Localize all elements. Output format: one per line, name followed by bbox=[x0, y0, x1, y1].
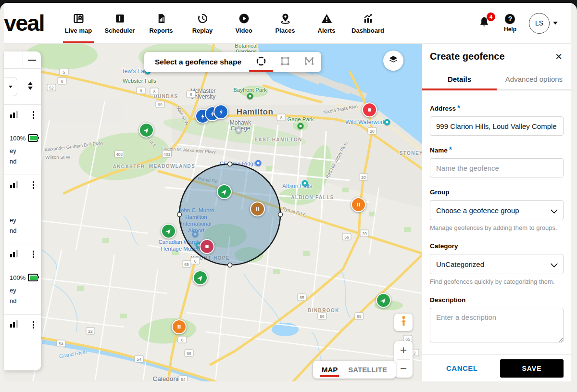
cancel-button[interactable]: CANCEL bbox=[443, 364, 481, 373]
nav-item-places[interactable]: Places bbox=[264, 3, 306, 43]
map-layers-button[interactable] bbox=[383, 51, 403, 71]
zoom-out-button[interactable]: − bbox=[394, 360, 413, 378]
description-field-group: Description bbox=[430, 295, 564, 344]
replay-icon bbox=[197, 12, 209, 25]
category-select-value: UnCategorized bbox=[436, 260, 484, 268]
kebab-menu-icon[interactable] bbox=[33, 321, 35, 329]
signal-strength-icon bbox=[10, 320, 19, 329]
live-map-icon bbox=[73, 12, 85, 25]
nav-item-dashboard[interactable]: Dashboard bbox=[347, 3, 389, 43]
scheduler-icon bbox=[114, 12, 126, 25]
required-marker: * bbox=[457, 104, 460, 112]
chevron-down-icon bbox=[551, 206, 558, 214]
geofence-shape-toolbar: Select a geofence shape bbox=[144, 52, 321, 72]
vehicle-marker-pause[interactable] bbox=[250, 202, 265, 216]
vehicle-marker-arrow[interactable] bbox=[139, 123, 154, 138]
chevron-down-icon bbox=[551, 260, 558, 268]
vehicle-list: 100%eyndeynd100%eynd bbox=[4, 105, 41, 337]
notifications-button[interactable]: 4 bbox=[477, 16, 491, 30]
group-label: Group bbox=[430, 189, 450, 196]
vehicle-marker-arrow[interactable] bbox=[376, 293, 391, 308]
save-button[interactable]: SAVE bbox=[500, 359, 564, 378]
vehicle-panel-header: — bbox=[4, 51, 41, 69]
kebab-menu-icon[interactable] bbox=[33, 181, 35, 189]
address-input[interactable] bbox=[430, 116, 564, 136]
nav-utilities: 4 ? Help LS bbox=[477, 3, 558, 43]
vehicle-name-fragment: nd bbox=[10, 226, 38, 236]
chevron-down-icon bbox=[553, 22, 558, 25]
name-label: Name bbox=[430, 147, 448, 154]
vehicle-list-panel: — 100%eyndeynd100%eynd bbox=[4, 51, 41, 370]
category-help-text: Find geofences quickly by categorizing t… bbox=[430, 278, 564, 285]
description-label: Description bbox=[430, 296, 465, 303]
list-item[interactable]: eynd bbox=[4, 175, 41, 244]
vehicle-marker-pause[interactable] bbox=[172, 319, 187, 334]
shape-toolbar-label: Select a geofence shape bbox=[155, 58, 249, 66]
nav-item-label: Video bbox=[235, 27, 252, 34]
vehicle-name-fragment: nd bbox=[10, 156, 38, 167]
nav-item-reports[interactable]: Reports bbox=[140, 3, 182, 43]
sort-toggle[interactable] bbox=[28, 82, 33, 90]
panel-footer: CANCEL SAVE bbox=[422, 354, 571, 381]
nav-item-replay[interactable]: Replay bbox=[182, 3, 223, 43]
street-view-pegman[interactable] bbox=[394, 314, 413, 331]
address-label: Address bbox=[430, 105, 456, 112]
top-nav: veal Live map Scheduler Reports bbox=[4, 3, 571, 44]
close-panel-button[interactable]: ✕ bbox=[553, 51, 564, 63]
group-select[interactable]: Choose a geofence group bbox=[430, 200, 564, 220]
kebab-menu-icon[interactable] bbox=[33, 111, 35, 119]
nav-item-label: Scheduler bbox=[105, 27, 135, 34]
vehicle-marker-arrow[interactable] bbox=[217, 184, 232, 199]
nav-item-alerts[interactable]: Alerts bbox=[306, 3, 347, 43]
brand-logo[interactable]: veal bbox=[4, 10, 44, 36]
shape-polygon-button[interactable] bbox=[297, 52, 321, 72]
account-menu[interactable]: LS bbox=[529, 13, 558, 34]
zoom-in-button[interactable]: + bbox=[394, 341, 413, 359]
kebab-menu-icon[interactable] bbox=[33, 251, 35, 258]
battery-percent: 100% bbox=[10, 274, 25, 281]
nav-item-video[interactable]: Video bbox=[223, 3, 264, 43]
name-input[interactable] bbox=[430, 158, 564, 177]
nav-item-live-map[interactable]: Live map bbox=[58, 3, 99, 43]
vehicle-marker-arrow[interactable] bbox=[161, 224, 176, 239]
primary-nav: Live map Scheduler Reports Replay bbox=[58, 3, 389, 43]
vehicle-name-fragment: ey bbox=[10, 146, 38, 156]
battery-percent: 100% bbox=[10, 135, 25, 142]
help-icon: ? bbox=[505, 14, 515, 24]
nav-item-label: Alerts bbox=[318, 27, 336, 34]
help-button[interactable]: ? Help bbox=[504, 14, 516, 33]
nav-item-label: Places bbox=[275, 27, 295, 34]
map-type-satellite[interactable]: SATELLITE bbox=[348, 361, 387, 379]
group-help-text: Manage geofences by adding them to group… bbox=[430, 224, 564, 231]
rectangle-shape-icon bbox=[279, 55, 291, 69]
map-type-map[interactable]: MAP bbox=[322, 361, 338, 379]
category-select[interactable]: UnCategorized bbox=[430, 254, 564, 274]
app-root: veal Live map Scheduler Reports bbox=[0, 0, 577, 392]
signal-strength-icon bbox=[10, 180, 19, 190]
avatar: LS bbox=[529, 13, 550, 34]
list-item[interactable] bbox=[4, 315, 41, 337]
map-type-toggle: MAP SATELLITE bbox=[313, 361, 396, 379]
vehicle-marker-bolt[interactable] bbox=[213, 104, 228, 119]
polygon-shape-icon bbox=[303, 55, 315, 69]
list-item[interactable]: 100%eynd bbox=[4, 244, 41, 315]
tab-details[interactable]: Details bbox=[422, 68, 497, 89]
group-select-value: Choose a geofence group bbox=[436, 206, 519, 215]
vehicle-marker-stop[interactable] bbox=[200, 239, 214, 254]
description-textarea[interactable] bbox=[430, 308, 564, 342]
vehicle-marker-arrow[interactable] bbox=[193, 270, 208, 285]
collapse-panel-button[interactable]: — bbox=[23, 51, 41, 68]
vehicle-marker-pause[interactable] bbox=[351, 197, 366, 212]
list-item[interactable]: 100%eynd bbox=[4, 105, 41, 175]
category-label: Category bbox=[430, 242, 458, 250]
nav-item-label: Replay bbox=[192, 27, 213, 34]
shape-circle-button[interactable] bbox=[249, 52, 273, 72]
vehicle-filter-dropdown[interactable] bbox=[4, 77, 17, 96]
sort-desc-icon bbox=[28, 87, 33, 90]
chevron-down-icon bbox=[9, 86, 13, 88]
vehicle-marker-stop[interactable] bbox=[362, 102, 377, 117]
nav-item-scheduler[interactable]: Scheduler bbox=[99, 3, 140, 43]
map-zoom-control: + − bbox=[394, 341, 413, 378]
shape-rectangle-button[interactable] bbox=[273, 52, 297, 72]
tab-advanced-options[interactable]: Advanced options bbox=[497, 68, 571, 89]
